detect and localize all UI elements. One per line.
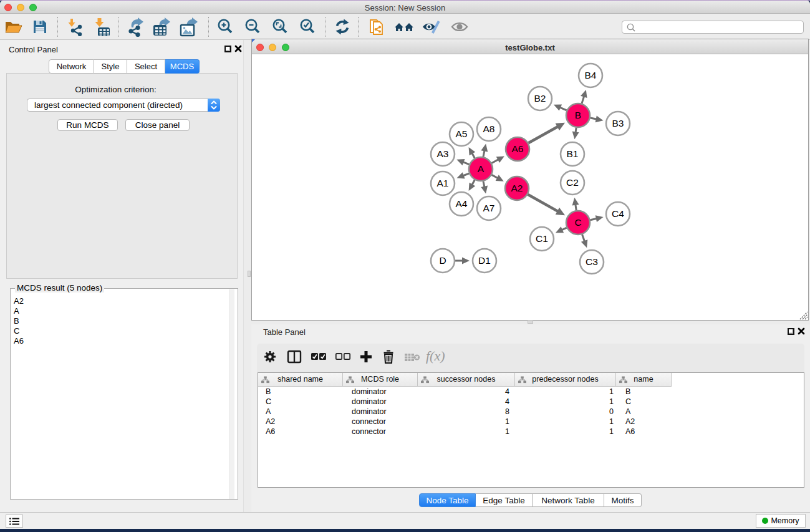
svg-text:C3: C3 bbox=[586, 256, 598, 267]
svg-text:B4: B4 bbox=[585, 70, 597, 80]
svg-text:A4: A4 bbox=[456, 198, 468, 209]
svg-text:D1: D1 bbox=[478, 255, 491, 266]
svg-text:A5: A5 bbox=[456, 128, 468, 139]
svg-text:A2: A2 bbox=[511, 183, 523, 193]
svg-text:B: B bbox=[575, 110, 581, 120]
svg-text:D: D bbox=[439, 255, 446, 266]
svg-text:A: A bbox=[478, 163, 485, 174]
svg-text:A1: A1 bbox=[437, 178, 449, 188]
svg-text:A3: A3 bbox=[437, 148, 449, 159]
svg-text:C4: C4 bbox=[612, 208, 624, 219]
svg-text:B3: B3 bbox=[612, 118, 624, 128]
svg-text:A8: A8 bbox=[483, 123, 495, 134]
svg-text:C1: C1 bbox=[536, 233, 548, 244]
svg-text:A6: A6 bbox=[512, 143, 524, 154]
svg-text:B2: B2 bbox=[534, 93, 546, 104]
svg-text:C2: C2 bbox=[566, 177, 579, 188]
svg-text:B1: B1 bbox=[567, 148, 579, 159]
svg-text:C: C bbox=[574, 217, 581, 228]
svg-text:A7: A7 bbox=[483, 203, 495, 213]
